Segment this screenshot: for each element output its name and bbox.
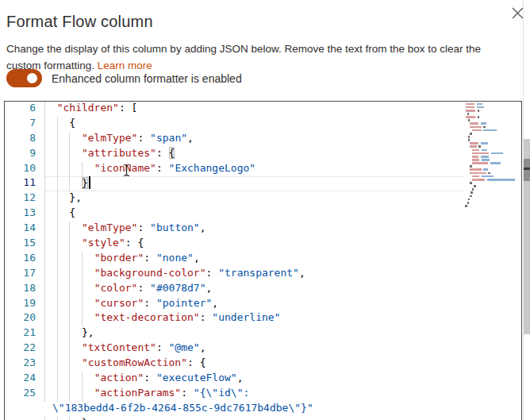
- minimap-line: [463, 204, 515, 207]
- minimap-mark: [468, 136, 470, 138]
- minimap-mark: [470, 126, 481, 129]
- indent-guide: [44, 237, 45, 252]
- line-number: 12: [5, 191, 44, 206]
- json-punctuation: ,: [237, 372, 244, 383]
- indent-guide: [69, 372, 70, 387]
- editor-code[interactable]: "children": [ { "elmType": "span", "attr…: [44, 102, 464, 420]
- minimap-mark: [472, 175, 480, 178]
- indent-guide: [69, 311, 70, 326]
- json-punctuation: :: [156, 147, 169, 159]
- json-punctuation: [44, 177, 82, 189]
- enhanced-formatter-toggle[interactable]: [6, 69, 42, 87]
- json-key: "color": [94, 282, 138, 294]
- indent-guide: [44, 117, 45, 132]
- json-punctuation: ,: [200, 222, 206, 233]
- json-punctuation: {: [169, 147, 175, 159]
- code-line[interactable]: "elmType": "span",: [44, 132, 464, 147]
- minimap-mark: [466, 110, 475, 112]
- json-key: "attributes": [82, 147, 156, 159]
- json-value: "transparent": [218, 267, 299, 279]
- json-key: "style": [82, 237, 125, 249]
- minimap[interactable]: [463, 102, 515, 222]
- code-line[interactable]: "text-decoration": "underline": [44, 311, 464, 326]
- indent-guide: [44, 132, 45, 147]
- minimap-mark: [470, 195, 472, 198]
- minimap-mark: [481, 122, 486, 125]
- code-line[interactable]: "border": "none",: [44, 252, 464, 267]
- json-punctuation: :: [144, 372, 156, 383]
- line-number: 10: [5, 162, 44, 177]
- indent-guide: [82, 311, 83, 326]
- code-line[interactable]: "background-color": "transparent",: [44, 267, 464, 282]
- json-value: "underline": [212, 311, 280, 323]
- indent-guide: [69, 356, 70, 372]
- code-line[interactable]: "children": [: [44, 102, 464, 117]
- indent-guide: [57, 206, 58, 222]
- code-line[interactable]: "actionParams": "{\"id\":: [44, 387, 464, 402]
- indent-guide: [57, 147, 58, 162]
- minimap-mark: [470, 168, 481, 171]
- code-line[interactable]: },: [44, 191, 464, 206]
- indent-guide: [57, 311, 58, 326]
- json-punctuation: ,: [206, 282, 213, 294]
- scrollbar-thumb[interactable]: [524, 159, 530, 181]
- indent-guide: [69, 176, 70, 191]
- json-value: "@me": [169, 341, 200, 353]
- indent-guide: [69, 297, 70, 312]
- line-number: 16: [5, 252, 44, 267]
- json-key: "actionParams": [94, 387, 182, 399]
- line-number: 17: [5, 267, 44, 282]
- indent-guide: [69, 147, 70, 162]
- code-line[interactable]: "color": "#0078d7",: [44, 282, 464, 297]
- code-line[interactable]: "action": "executeFlow",: [44, 372, 464, 387]
- indent-guide: [57, 252, 58, 267]
- indent-guide: [69, 326, 70, 341]
- indent-guide: [69, 341, 70, 356]
- code-line[interactable]: "cursor": "pointer",: [44, 297, 464, 312]
- minimap-mark: [472, 152, 490, 155]
- minimap-mark: [477, 103, 482, 106]
- line-number: 7: [5, 117, 44, 132]
- code-line[interactable]: "iconName": "ExchangeLogo": [44, 162, 464, 177]
- code-line[interactable]: "customRowAction": {: [44, 356, 464, 372]
- json-key: "action": [94, 372, 144, 383]
- line-number: [5, 402, 44, 417]
- line-number: 8: [5, 132, 44, 147]
- json-punctuation: : {: [125, 237, 144, 249]
- code-line[interactable]: }: [44, 417, 464, 420]
- minimap-mark: [468, 198, 470, 201]
- indent-guide: [44, 311, 45, 326]
- minimap-mark: [481, 156, 490, 158]
- indent-guide: [44, 372, 45, 387]
- minimap-mark: [470, 182, 472, 184]
- indent-guide: [57, 297, 58, 312]
- code-line[interactable]: "attributes": {: [44, 147, 464, 162]
- minimap-mark: [470, 145, 476, 148]
- code-line[interactable]: {: [44, 117, 464, 132]
- json-key: "iconName": [94, 162, 156, 174]
- code-line[interactable]: "txtContent": "@me",: [44, 341, 464, 356]
- json-code-editor[interactable]: 678910111213141516171819202122232425 "ch…: [4, 101, 522, 420]
- minimap-mark: [474, 185, 476, 187]
- minimap-mark: [472, 129, 482, 132]
- code-line[interactable]: "elmType": "button",: [44, 222, 464, 237]
- indent-guide: [82, 387, 83, 402]
- code-line[interactable]: {: [44, 206, 464, 222]
- indent-guide: [44, 341, 45, 356]
- code-line[interactable]: "style": {: [44, 237, 464, 252]
- line-number: 22: [5, 341, 44, 356]
- indent-guide: [57, 341, 58, 356]
- indent-guide: [44, 356, 45, 372]
- line-number: 21: [5, 326, 44, 341]
- json-punctuation: ,: [212, 297, 218, 309]
- indent-guide: [44, 191, 45, 206]
- json-punctuation: : [: [119, 102, 137, 114]
- indent-guide: [57, 237, 58, 252]
- json-punctuation: {: [44, 117, 75, 129]
- code-line[interactable]: }: [44, 176, 464, 191]
- code-line[interactable]: \"183bedd4-6f2b-4264-855c-9dc7617b4dbe\"…: [44, 402, 464, 417]
- json-punctuation: ,: [299, 267, 305, 279]
- minimap-mark: [467, 113, 470, 115]
- code-line[interactable]: },: [44, 326, 464, 341]
- line-number: 11: [5, 176, 44, 191]
